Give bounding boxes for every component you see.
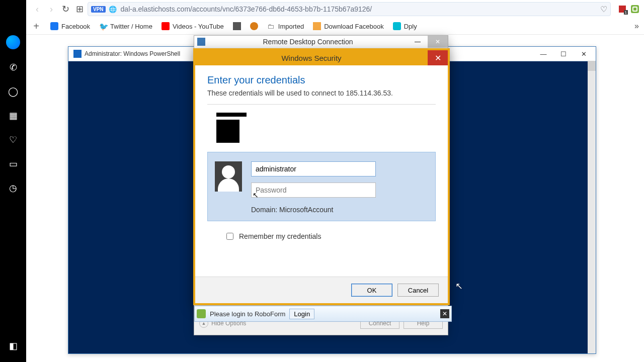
bookmark-dply[interactable]: Dply (393, 22, 417, 30)
camera-icon[interactable]: ◯ (7, 85, 19, 98)
bookmark-facebook[interactable]: Facebook (50, 22, 90, 30)
domain-label: Domain: MicrosoftAccount (251, 206, 428, 214)
bookmark-folder-imported[interactable]: 🗀Imported (267, 22, 304, 30)
user-avatar-icon (215, 161, 242, 192)
roboform-extension-icon[interactable] (631, 5, 639, 13)
minimize-button[interactable]: — (408, 36, 428, 48)
rdc-title-text: Remote Desktop Connection (208, 38, 408, 46)
vpn-badge[interactable]: VPN (91, 6, 106, 13)
minimize-button[interactable]: — (533, 47, 553, 61)
windows-security-dialog: Windows Security ✕ Enter your credential… (193, 48, 450, 305)
bookmark-item[interactable] (250, 22, 258, 30)
apps-grid-icon[interactable]: ▦ (7, 110, 19, 122)
rdc-titlebar[interactable]: Remote Desktop Connection — ✕ (194, 36, 448, 48)
ok-button[interactable]: OK (351, 284, 392, 297)
remember-credentials-checkbox[interactable]: Remember my credentials (224, 231, 436, 241)
reload-button[interactable]: ↻ (59, 3, 71, 15)
facebook-icon (50, 22, 58, 30)
whatsapp-icon[interactable]: ✆ (7, 61, 19, 73)
username-input[interactable] (251, 161, 376, 176)
password-input[interactable] (251, 183, 376, 198)
url-input[interactable] (120, 5, 594, 14)
reader-icon[interactable]: ▭ (7, 158, 19, 170)
close-button[interactable]: ✕ (428, 36, 448, 48)
cancel-button[interactable]: Cancel (397, 284, 439, 297)
prior-account-tile[interactable] (207, 113, 436, 148)
security-titlebar[interactable]: Windows Security ✕ (195, 50, 448, 65)
browser-toolbar: ‹ › ↻ ⊞ VPN 🌐 ♡ 1 (26, 0, 644, 18)
roboform-login-button[interactable]: Login (289, 309, 314, 319)
sidebar-toggle-icon[interactable]: ◧ (7, 340, 19, 352)
forward-button[interactable]: › (45, 3, 57, 15)
back-button[interactable]: ‹ (31, 3, 43, 15)
close-icon[interactable]: ✕ (440, 309, 449, 318)
roboform-bar: Please login to RoboForm Login ✕ (194, 306, 452, 322)
close-button[interactable]: ✕ (574, 47, 594, 61)
close-button[interactable]: ✕ (428, 50, 448, 65)
heart-icon[interactable]: ♡ (7, 134, 19, 146)
youtube-icon (162, 22, 170, 30)
folder-icon: 🗀 (267, 22, 275, 30)
bookmarks-overflow-button[interactable]: » (634, 22, 639, 31)
bookmark-item[interactable] (233, 22, 241, 30)
app-rail: ✆ ◯ ▦ ♡ ▭ ◷ ◧ (0, 0, 26, 362)
rdc-icon (197, 38, 205, 46)
bookmark-youtube[interactable]: Videos - YouTube (162, 22, 224, 30)
globe-icon: 🌐 (109, 6, 117, 13)
scrollbar[interactable] (588, 61, 596, 353)
site-icon (250, 22, 258, 30)
dialog-button-row: OK Cancel (195, 277, 448, 303)
security-title-text: Windows Security (195, 54, 428, 62)
maximize-button[interactable]: ☐ (553, 47, 574, 61)
bookmarks-bar: + Facebook 🐦Twitter / Home Videos - YouT… (26, 18, 644, 35)
messenger-icon[interactable] (6, 35, 20, 49)
site-icon (233, 22, 241, 30)
divider (207, 104, 436, 105)
bookmark-download-facebook[interactable]: Download Facebook (313, 22, 384, 30)
powershell-icon (73, 50, 82, 58)
bookmark-twitter[interactable]: 🐦Twitter / Home (99, 22, 152, 30)
roboform-message: Please login to RoboForm (210, 310, 285, 318)
address-bar[interactable]: VPN 🌐 ♡ (88, 2, 611, 16)
credentials-subtext: These credentials will be used to connec… (207, 89, 436, 97)
add-bookmark-button[interactable]: + (31, 21, 41, 32)
adblock-icon[interactable]: 1 (619, 6, 626, 13)
scrollbar-thumb[interactable] (588, 61, 596, 71)
bookmark-heart-icon[interactable]: ♡ (600, 5, 607, 14)
site-icon (313, 22, 321, 30)
site-icon (393, 22, 401, 30)
twitter-icon: 🐦 (99, 22, 107, 30)
remember-checkbox-input[interactable] (226, 233, 233, 240)
history-icon[interactable]: ◷ (7, 182, 19, 194)
credentials-heading: Enter your credentials (207, 74, 436, 86)
credentials-card: Domain: MicrosoftAccount (207, 152, 436, 221)
roboform-icon (197, 309, 206, 318)
speed-dial-button[interactable]: ⊞ (73, 3, 86, 15)
